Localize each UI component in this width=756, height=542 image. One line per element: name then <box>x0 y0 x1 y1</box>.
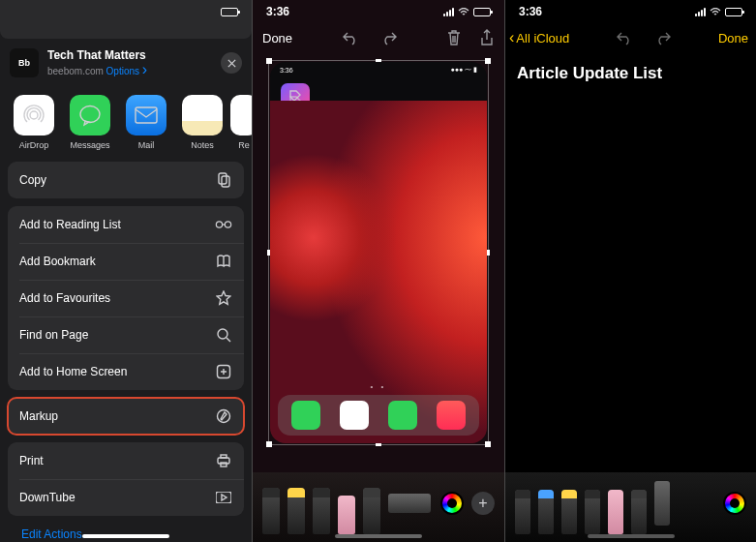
page-dots: • • <box>270 382 487 391</box>
inner-status-bar: 3:36 ●●● ⁓ ▮ <box>270 62 487 75</box>
action-print[interactable]: Print <box>8 442 244 479</box>
action-label: Add to Reading List <box>19 218 121 231</box>
action-markup[interactable]: Markup <box>8 398 244 435</box>
share-header: Bb Tech That Matters beebom.com Options … <box>0 41 252 87</box>
app-reminders[interactable]: Re <box>230 95 252 150</box>
action-label: Add to Home Screen <box>19 365 127 378</box>
dock-messages-icon <box>388 401 417 430</box>
dock-safari-icon <box>340 401 369 430</box>
glasses-icon <box>215 216 232 233</box>
share-options-link[interactable]: Options <box>106 66 139 76</box>
home-indicator[interactable] <box>335 534 422 538</box>
notes-editor-screen: 3:36 ‹ All iCloud Done Article Update Li… <box>505 0 756 542</box>
action-label: Copy <box>19 173 46 187</box>
home-indicator[interactable] <box>82 534 169 538</box>
battery-icon <box>473 8 491 16</box>
share-titles: Tech That Matters beebom.com Options › <box>47 48 212 77</box>
back-button[interactable]: ‹ All iCloud <box>509 30 569 45</box>
svg-rect-4 <box>222 176 229 187</box>
home-indicator[interactable] <box>588 534 675 538</box>
printer-icon <box>215 452 232 469</box>
action-favourites[interactable]: Add to Favourites <box>8 280 244 316</box>
youtube-icon <box>215 489 232 506</box>
undo-icon[interactable] <box>616 29 633 46</box>
action-label: Find on Page <box>19 328 88 342</box>
search-icon <box>215 326 232 344</box>
action-copy[interactable]: Copy <box>8 162 244 198</box>
markup-editor-screen: 3:36 Done 3:36 ●●● ⁓ ▮ <box>253 0 504 542</box>
action-bookmark[interactable]: Add Bookmark <box>8 243 244 280</box>
app-label: Messages <box>70 140 109 150</box>
airdrop-icon <box>14 95 54 136</box>
battery-icon <box>725 8 742 16</box>
actions-list: Copy Add to Reading List Add Bookmark Ad… <box>0 162 252 542</box>
share-icon[interactable] <box>479 29 495 46</box>
tool-eraser[interactable] <box>338 496 355 534</box>
site-icon: Bb <box>10 48 39 77</box>
tool-ruler[interactable] <box>388 494 431 513</box>
status-time: 3:36 <box>519 5 542 18</box>
cell-signal-icon <box>443 8 454 16</box>
actions-group-1: Add to Reading List Add Bookmark Add to … <box>8 206 244 390</box>
app-messages[interactable]: Messages <box>62 95 118 150</box>
svg-rect-11 <box>221 455 227 458</box>
undo-icon[interactable] <box>342 29 359 46</box>
app-notes[interactable]: Notes <box>174 95 230 150</box>
share-title: Tech That Matters <box>47 48 212 62</box>
crop-handle[interactable] <box>266 441 272 447</box>
inner-status-icons: ●●● ⁓ ▮ <box>450 66 477 74</box>
action-homescreen[interactable]: Add to Home Screen <box>8 353 244 390</box>
tool-lasso[interactable] <box>363 488 380 534</box>
action-reading-list[interactable]: Add to Reading List <box>8 206 244 243</box>
status-time: 3:36 <box>266 5 289 18</box>
tool-pencil[interactable] <box>585 490 600 534</box>
app-label: Re <box>238 140 250 150</box>
copy-icon <box>215 171 232 189</box>
crop-handle[interactable] <box>485 441 491 447</box>
tool-eraser[interactable] <box>608 490 623 534</box>
tool-pen[interactable] <box>262 488 280 534</box>
app-mail[interactable]: Mail <box>118 95 174 150</box>
redo-icon[interactable] <box>380 29 398 46</box>
tool-ruler[interactable] <box>654 481 670 526</box>
tool-pen-black[interactable] <box>515 490 530 534</box>
messages-icon <box>70 95 110 136</box>
markup-icon <box>215 407 232 425</box>
redo-icon[interactable] <box>654 29 672 46</box>
back-label: All iCloud <box>516 31 569 45</box>
action-label: Add to Favourites <box>19 291 110 305</box>
done-button[interactable]: Done <box>262 31 292 45</box>
crop-handle[interactable] <box>485 58 491 64</box>
svg-point-9 <box>218 410 230 423</box>
app-airdrop[interactable]: AirDrop <box>6 95 62 150</box>
app-share-row[interactable]: AirDrop Messages Mail Notes Re <box>0 87 252 162</box>
trash-icon[interactable] <box>446 29 462 46</box>
tool-pencil[interactable] <box>313 488 330 534</box>
crop-handle[interactable] <box>266 58 272 64</box>
tool-lasso[interactable] <box>631 490 647 534</box>
toolbar-center <box>616 29 672 46</box>
add-button[interactable]: + <box>471 492 495 515</box>
done-button[interactable]: Done <box>718 31 748 45</box>
svg-point-6 <box>225 222 230 227</box>
app-label: Mail <box>138 140 155 150</box>
action-find[interactable]: Find on Page <box>8 316 244 353</box>
tool-pen-blue[interactable] <box>538 490 554 534</box>
markup-canvas[interactable]: 3:36 ●●● ⁓ ▮ Shortcuts • • <box>268 60 489 445</box>
tool-marker-yellow[interactable] <box>561 490 577 534</box>
actions-group-2: Print DownTube <box>8 442 244 516</box>
share-domain: beebom.com <box>47 66 104 76</box>
color-picker[interactable] <box>723 492 746 515</box>
tool-marker[interactable] <box>287 488 305 534</box>
plus-square-icon <box>215 363 232 380</box>
action-label: Markup <box>19 409 58 423</box>
action-downtube[interactable]: DownTube <box>8 479 244 516</box>
note-title[interactable]: Article Update List <box>505 50 756 83</box>
chevron-left-icon: ‹ <box>509 30 514 45</box>
action-label: DownTube <box>19 491 76 504</box>
share-sheet-screen: 3:35 Bb Tech That Matters beebom.com Opt… <box>0 0 252 542</box>
close-button[interactable] <box>221 52 242 74</box>
action-label: Print <box>19 454 44 467</box>
share-subtitle[interactable]: beebom.com Options › <box>47 62 212 77</box>
color-picker[interactable] <box>440 492 464 515</box>
